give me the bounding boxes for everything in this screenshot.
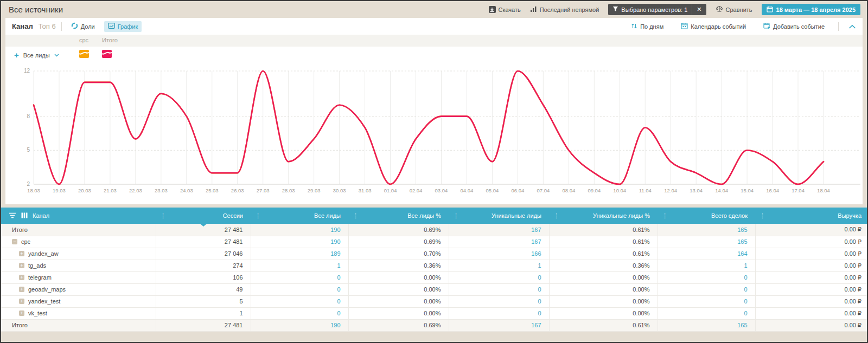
value-cell[interactable]: 1 xyxy=(251,260,348,271)
column-header-7[interactable]: ⋮Выручка xyxy=(755,208,868,224)
svg-text:16.04: 16.04 xyxy=(766,187,779,193)
shares-toggle-button[interactable]: Доли xyxy=(67,21,99,32)
compare-button[interactable]: Сравнить xyxy=(716,5,752,14)
value-cell[interactable]: 0 xyxy=(658,295,755,307)
value-cell[interactable]: 1 xyxy=(449,260,549,271)
series-swatch-total[interactable] xyxy=(102,50,112,58)
column-menu-icon[interactable]: ⋮ xyxy=(662,212,668,219)
collapse-row-button[interactable]: − xyxy=(12,239,17,244)
column-menu-icon[interactable]: ⋮ xyxy=(353,212,359,219)
value-cell[interactable]: 0 xyxy=(251,271,348,283)
value-cell: 0.00 ₽ xyxy=(755,260,868,271)
scales-icon xyxy=(716,5,723,14)
by-days-button[interactable]: По дням xyxy=(627,21,667,32)
clear-filter-button[interactable]: ✕ xyxy=(692,4,706,15)
line-chart[interactable]: 18.0319.0320.0321.0322.0323.0324.0325.03… xyxy=(5,64,863,204)
channel-label: geoadv_maps xyxy=(28,286,66,293)
expand-row-button[interactable]: + xyxy=(19,299,24,304)
filter-rows-icon[interactable] xyxy=(9,212,16,219)
value-cell[interactable]: 189 xyxy=(251,248,348,260)
collapse-panel-chevron-up-icon[interactable] xyxy=(848,22,856,31)
column-menu-icon[interactable]: ⋮ xyxy=(553,212,559,219)
attribution-model-button[interactable]: Последний непрямой xyxy=(530,6,599,14)
value-cell: 27 481 xyxy=(156,236,251,248)
value-cell[interactable]: 0 xyxy=(251,283,348,295)
value-cell[interactable]: 165 xyxy=(658,319,755,331)
column-header-5[interactable]: ⋮Уникальные лиды % xyxy=(549,208,658,224)
channel-cell: +yandex_aw xyxy=(1,248,156,260)
svg-text:15.04: 15.04 xyxy=(741,187,754,193)
top-bar: Все источники Скачать Последний непрямой xyxy=(1,1,867,18)
svg-text:24.03: 24.03 xyxy=(180,187,193,193)
value-cell[interactable]: 0 xyxy=(658,307,755,319)
column-header-6[interactable]: ⋮Всего сделок xyxy=(658,208,755,224)
column-header-1[interactable]: ⋮Сессии xyxy=(156,208,251,224)
graph-toggle-button[interactable]: График xyxy=(104,21,142,32)
column-header-2[interactable]: ⋮Все лиды xyxy=(251,208,348,224)
expand-row-button[interactable]: + xyxy=(19,263,24,268)
value-cell[interactable]: 0 xyxy=(658,283,755,295)
download-button[interactable]: Скачать xyxy=(489,6,521,13)
svg-text:12.04: 12.04 xyxy=(664,187,677,193)
value-cell[interactable]: 167 xyxy=(449,236,549,248)
events-calendar-button[interactable]: Календарь событий xyxy=(677,21,750,32)
svg-text:29.03: 29.03 xyxy=(308,187,321,193)
value-cell[interactable]: 190 xyxy=(251,236,348,248)
value-cell: 0.00% xyxy=(549,271,658,283)
expand-row-button[interactable]: + xyxy=(19,251,24,256)
column-header-3[interactable]: ⋮Все лиды % xyxy=(348,208,449,224)
value-cell[interactable]: 0 xyxy=(449,283,549,295)
columns-icon[interactable] xyxy=(21,212,28,219)
value-cell[interactable]: 165 xyxy=(658,236,755,248)
value-cell[interactable]: 1 xyxy=(658,260,755,271)
channel-label: cpc xyxy=(21,238,30,245)
value-cell: 1 xyxy=(156,307,251,319)
download-icon xyxy=(489,6,496,13)
value-cell[interactable]: 0 xyxy=(449,271,549,283)
value-cell: 0.69% xyxy=(348,319,449,331)
value-cell: 274 xyxy=(156,260,251,271)
value-cell[interactable]: 190 xyxy=(251,319,348,331)
value-cell[interactable]: 0 xyxy=(658,271,755,283)
column-menu-icon[interactable]: ⋮ xyxy=(760,212,765,219)
value-cell[interactable]: 190 xyxy=(251,224,348,236)
chart-toolbar: Канал Топ 6 Доли График xyxy=(5,18,863,35)
sources-table: Канал ⋮Сессии⋮Все лиды⋮Все лиды %⋮Уникал… xyxy=(1,208,868,332)
add-metric-icon[interactable]: + xyxy=(14,51,19,59)
value-cell[interactable]: 0 xyxy=(449,307,549,319)
value-cell: 0.61% xyxy=(549,319,658,331)
chevron-down-icon xyxy=(54,54,59,57)
date-range-button[interactable]: 18 марта — 18 апреля 2025 xyxy=(762,4,860,15)
expand-row-button[interactable]: + xyxy=(19,287,24,292)
value-cell[interactable]: 164 xyxy=(658,248,755,260)
column-menu-icon[interactable]: ⋮ xyxy=(255,212,261,219)
value-cell[interactable]: 166 xyxy=(449,248,549,260)
value-cell[interactable]: 167 xyxy=(449,224,549,236)
add-event-button[interactable]: Добавить событие xyxy=(760,21,828,32)
svg-text:09.04: 09.04 xyxy=(588,187,601,193)
channel-label: Итого xyxy=(12,322,28,328)
value-cell[interactable]: 0 xyxy=(251,295,348,307)
expand-row-button[interactable]: + xyxy=(19,310,24,316)
series-swatch-cpc[interactable] xyxy=(79,50,89,58)
column-menu-icon[interactable]: ⋮ xyxy=(160,212,166,219)
sources-table-section: Канал ⋮Сессии⋮Все лиды⋮Все лиды %⋮Уникал… xyxy=(1,208,867,332)
value-cell[interactable]: 0 xyxy=(449,295,549,307)
column-menu-icon[interactable]: ⋮ xyxy=(453,212,459,219)
value-cell: 0.69% xyxy=(348,236,449,248)
metric-selector[interactable]: + Все лиды xyxy=(14,51,59,59)
value-cell: 27 046 xyxy=(156,248,251,260)
value-cell: 0.00 ₽ xyxy=(755,319,868,331)
column-header-4[interactable]: ⋮Уникальные лиды xyxy=(449,208,549,224)
expand-row-button[interactable]: + xyxy=(19,275,24,280)
table-row: Итого27 4811900.69%1670.61%1650.00 ₽ xyxy=(1,224,868,236)
svg-text:28.03: 28.03 xyxy=(282,187,295,193)
value-cell[interactable]: 165 xyxy=(658,224,755,236)
svg-text:5: 5 xyxy=(27,147,30,153)
value-cell: 0.00 ₽ xyxy=(755,248,868,260)
channel-label: vk_test xyxy=(28,310,47,316)
filter-selected-button[interactable]: Выбрано параметров: 1 ✕ xyxy=(608,4,706,15)
value-cell[interactable]: 0 xyxy=(251,307,348,319)
value-cell[interactable]: 167 xyxy=(449,319,549,331)
column-header-channel[interactable]: Канал xyxy=(1,208,156,224)
